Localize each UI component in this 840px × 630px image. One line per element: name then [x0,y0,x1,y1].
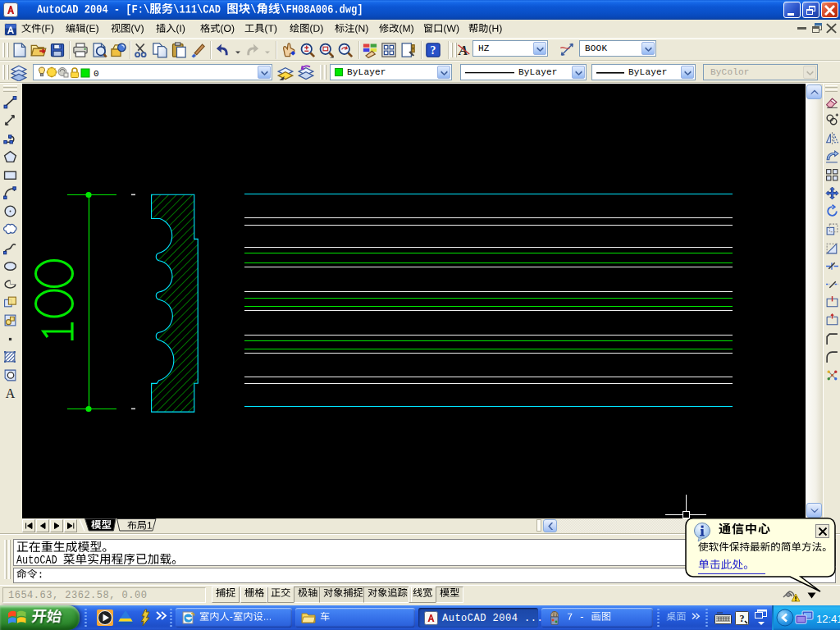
svg-text:?: ? [740,613,745,624]
svg-text:A: A [458,42,468,58]
svg-text:0: 0 [94,69,99,79]
svg-text:?: ? [431,44,436,57]
svg-text:A: A [6,387,16,401]
